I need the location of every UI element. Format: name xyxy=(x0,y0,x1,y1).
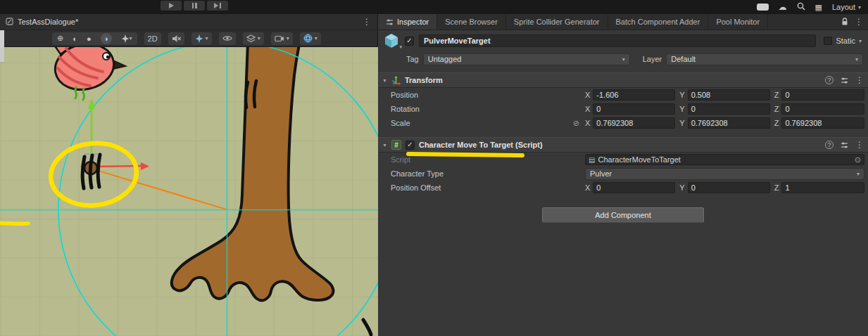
layer-dropdown[interactable]: Default ▾ xyxy=(666,53,863,65)
script-object-field[interactable]: ▤ CharacterMoveToTarget ⊙ xyxy=(585,154,864,165)
position-y-field[interactable]: 0.508 xyxy=(688,89,770,101)
scene-panel: TestAssDialogue* ⋮ ⊕ ◐ ● ◑ ▾ 2D xyxy=(0,14,378,336)
scene-tab-title[interactable]: TestAssDialogue* xyxy=(18,18,78,26)
search-icon[interactable] xyxy=(797,2,805,12)
component-menu-icon[interactable]: ⋮ xyxy=(855,140,864,150)
collapsed-panel-edge[interactable] xyxy=(0,30,4,47)
pause-button[interactable] xyxy=(184,1,205,11)
transform-icon xyxy=(391,76,401,85)
label-text: Character Type xyxy=(391,169,444,178)
draw-mode-group: ⊕ ◐ ● ◑ ▾ xyxy=(52,32,137,45)
object-picker-icon[interactable]: ⊙ xyxy=(855,155,861,164)
help-icon[interactable]: ? xyxy=(825,141,834,149)
step-button[interactable] xyxy=(207,1,228,11)
shading-shaded-wire-icon[interactable]: ◐ xyxy=(73,34,77,43)
chevron-down-icon: ▾ xyxy=(859,38,862,44)
gameobject-header: ▾ ✓ PulverMoveTarget Static ▾ xyxy=(378,30,868,51)
editor-main-area: TestAssDialogue* ⋮ ⊕ ◐ ● ◑ ▾ 2D xyxy=(0,14,868,336)
tab-label: Scene Browser xyxy=(445,18,498,26)
scene-view-toolbar: ⊕ ◐ ● ◑ ▾ 2D ▾ xyxy=(0,30,377,47)
account-icon[interactable] xyxy=(757,4,769,11)
csharp-script-icon: # xyxy=(391,140,401,150)
foldout-icon[interactable]: ▼ xyxy=(382,143,387,148)
offset-z-field[interactable]: 1 xyxy=(781,182,864,193)
character-type-value: Pulver xyxy=(590,169,612,178)
scale-z-field[interactable]: 0.7692308 xyxy=(781,117,864,129)
script-component-header[interactable]: ▼ # ✓ Character Move To Target (Script) … xyxy=(378,137,868,153)
script-asset-name: CharacterMoveToTarget xyxy=(598,155,680,164)
flare-dropdown[interactable]: ▾ xyxy=(121,34,132,43)
static-checkbox[interactable] xyxy=(824,37,832,45)
tab-label: Inspector xyxy=(397,18,429,26)
toggle-2d-button[interactable]: 2D xyxy=(144,32,161,45)
position-z-field[interactable]: 0 xyxy=(781,89,864,101)
tag-dropdown[interactable]: Untagged ▾ xyxy=(423,53,630,65)
offset-y-field[interactable]: 0 xyxy=(688,182,770,193)
z-axis-label: Z xyxy=(774,91,779,99)
add-component-button[interactable]: Add Component xyxy=(542,207,704,223)
tab-batch-component-adder[interactable]: Batch Component Adder xyxy=(608,14,709,30)
chevron-down-icon: ▾ xyxy=(130,35,132,41)
rotation-z-field[interactable]: 0 xyxy=(781,103,864,115)
character-move-script-component: ▼ # ✓ Character Move To Target (Script) … xyxy=(378,137,868,195)
transform-header[interactable]: ▼ Transform ? ⋮ xyxy=(378,72,868,88)
tab-scene-browser[interactable]: Scene Browser xyxy=(437,14,506,30)
offset-x-field[interactable]: 0 xyxy=(593,182,675,193)
shading-selected-icon[interactable]: ◑ xyxy=(101,33,112,44)
scene-visibility-button[interactable] xyxy=(219,32,236,45)
play-controls xyxy=(161,1,228,11)
tab-pool-monitor[interactable]: Pool Monitor xyxy=(708,14,768,30)
lock-icon[interactable] xyxy=(841,18,848,26)
pause-icon xyxy=(192,3,194,8)
position-label: Position xyxy=(391,91,585,99)
cloud-icon[interactable]: ☁ xyxy=(779,3,787,11)
inspector-menu-icon[interactable]: ⋮ xyxy=(855,17,863,27)
presets-icon[interactable] xyxy=(841,77,848,84)
uniform-scale-link-icon[interactable]: ⊘ xyxy=(573,119,579,128)
script-enabled-checkbox[interactable]: ✓ xyxy=(405,141,415,150)
component-menu-icon[interactable]: ⋮ xyxy=(855,75,864,85)
effects-dropdown[interactable]: ▾ xyxy=(191,32,212,45)
scene-view-canvas[interactable] xyxy=(0,47,377,336)
rotation-x-field[interactable]: 0 xyxy=(593,103,675,115)
layers-dropdown[interactable]: ▾ xyxy=(243,32,264,45)
gameobject-icon[interactable]: ▾ xyxy=(383,32,400,49)
audio-mute-button[interactable] xyxy=(168,32,184,45)
presets-icon[interactable] xyxy=(841,141,848,149)
scale-x-field[interactable]: 0.7692308 xyxy=(593,117,675,129)
play-button[interactable] xyxy=(161,1,182,11)
chevron-down-icon: ▾ xyxy=(855,56,858,63)
topbar-right-icons: ☁ ▦ Layout ▾ xyxy=(757,0,861,14)
label-text: Scale xyxy=(391,119,410,127)
shading-wireframe-icon[interactable]: ⊕ xyxy=(57,34,63,43)
position-x-field[interactable]: -1.606 xyxy=(593,89,675,101)
gameobject-name-field[interactable]: PulverMoveTarget xyxy=(419,34,816,47)
scale-y-field[interactable]: 0.7692308 xyxy=(688,117,770,129)
camera-settings-dropdown[interactable]: ▾ xyxy=(271,32,293,45)
gizmos-dropdown[interactable]: ▾ xyxy=(300,32,321,45)
chevron-down-icon: ▾ xyxy=(258,35,260,41)
position-offset-row: Position Offset X0 Y0 Z1 xyxy=(378,181,868,195)
script-row: Script ▤ CharacterMoveToTarget ⊙ xyxy=(378,153,868,167)
rotation-y-field[interactable]: 0 xyxy=(688,103,770,115)
scrollbar-strip xyxy=(0,47,4,62)
static-label: Static xyxy=(836,37,855,45)
layout-dropdown[interactable]: Layout ▾ xyxy=(832,3,861,11)
help-icon[interactable]: ? xyxy=(825,76,834,84)
gameobject-active-checkbox[interactable]: ✓ xyxy=(405,37,414,46)
top-toolbar: ☁ ▦ Layout ▾ xyxy=(0,0,868,14)
scene-tab-menu-icon[interactable]: ⋮ xyxy=(363,17,371,27)
chevron-down-icon: ▾ xyxy=(315,35,317,41)
static-dropdown[interactable]: Static ▾ xyxy=(824,37,862,45)
grid-icon[interactable]: ▦ xyxy=(815,3,822,12)
foldout-icon[interactable]: ▼ xyxy=(382,78,387,83)
tab-sprite-collider-generator[interactable]: Sprite Collider Generator xyxy=(506,14,608,30)
step-icon xyxy=(214,3,218,8)
step-icon-bar xyxy=(220,3,222,8)
character-type-dropdown[interactable]: Pulver ▾ xyxy=(585,168,864,180)
tag-label: Tag xyxy=(406,55,419,63)
transform-component: ▼ Transform ? ⋮ Position X-1.606 Y0.508 … xyxy=(378,72,868,130)
tab-inspector[interactable]: Inspector xyxy=(378,14,437,30)
2d-label: 2D xyxy=(148,34,158,43)
shading-shaded-icon[interactable]: ● xyxy=(87,34,92,43)
